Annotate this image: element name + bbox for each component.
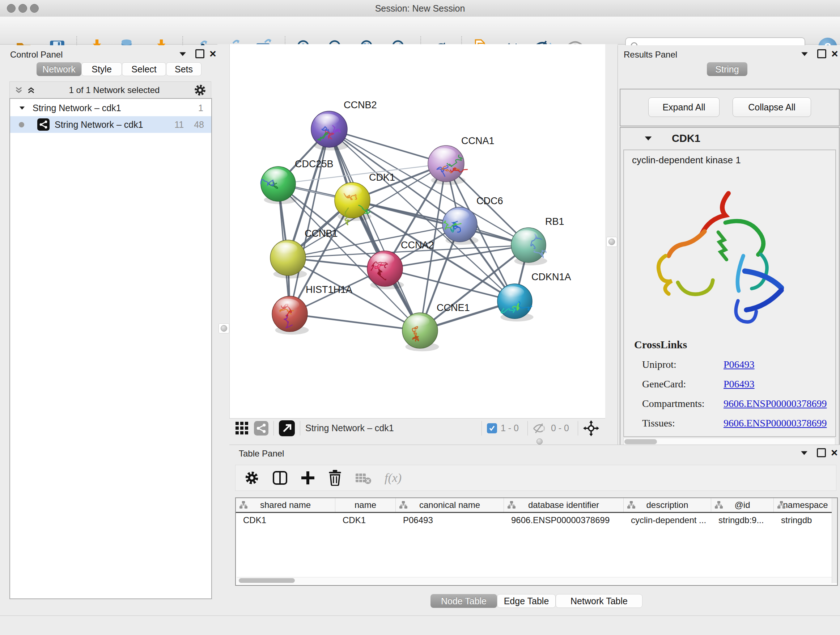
tab-style[interactable]: Style xyxy=(81,62,122,76)
separator xyxy=(578,421,578,435)
title-bar: Session: New Session xyxy=(0,0,840,17)
network-node-CCNA1[interactable]: CCNA1 xyxy=(428,135,494,185)
collapse-all-icon[interactable] xyxy=(15,87,23,94)
table-panel-title: Table Panel xyxy=(239,448,284,459)
expand-all-button[interactable]: Expand All xyxy=(648,97,720,117)
float-panel-icon[interactable] xyxy=(817,49,826,58)
column-header[interactable]: @id xyxy=(711,498,774,512)
network-node-CCNB1[interactable]: CCNB1 xyxy=(270,228,338,279)
tab-network[interactable]: Network xyxy=(36,62,81,76)
float-panel-icon[interactable] xyxy=(817,448,826,457)
window-status-bar: Memory xyxy=(0,616,840,635)
network-node-label: CCNE1 xyxy=(437,302,470,313)
column-header[interactable]: name xyxy=(335,498,396,512)
collapse-icon[interactable] xyxy=(19,106,25,109)
column-tree-icon xyxy=(240,501,248,509)
network-graph[interactable]: CCNB2CCNA1CDC25BCDK1CDC6RB1CCNB1CCNA2CDK… xyxy=(230,44,605,418)
scrollbar-thumb[interactable] xyxy=(239,578,295,583)
tab-select[interactable]: Select xyxy=(122,62,166,76)
splitter-handle[interactable] xyxy=(537,439,543,445)
close-panel-icon[interactable]: × xyxy=(831,449,838,456)
fit-selected-crosshair-icon[interactable] xyxy=(583,420,599,436)
right-splitter[interactable] xyxy=(605,44,617,437)
tab-network-table[interactable]: Network Table xyxy=(556,594,643,608)
tab-node-table[interactable]: Node Table xyxy=(431,594,497,608)
table-vscrollbar[interactable] xyxy=(832,498,837,583)
float-panel-icon[interactable] xyxy=(195,49,204,58)
delete-table-icon-disabled xyxy=(355,471,371,485)
protein-description: cyclin-dependent kinase 1 xyxy=(632,155,741,166)
table-settings-gear-icon[interactable] xyxy=(244,470,259,486)
window-title: Session: New Session xyxy=(0,3,840,14)
network-node-CDK1[interactable]: CDK1 xyxy=(335,172,395,225)
network-node-RB1[interactable]: RB1 xyxy=(511,216,564,265)
column-header[interactable]: canonical name xyxy=(396,498,504,512)
results-panel-title: Results Panel xyxy=(624,50,677,60)
panel-menu-icon[interactable] xyxy=(801,451,807,455)
selected-checkbox-icon[interactable] xyxy=(487,423,497,433)
left-splitter[interactable] xyxy=(218,44,229,616)
gear-icon[interactable] xyxy=(194,84,207,97)
network-node-CCNE1[interactable]: CCNE1 xyxy=(402,302,470,351)
tab-string[interactable]: String xyxy=(707,62,747,76)
column-header[interactable]: database identifier xyxy=(504,498,624,512)
protein-content: cyclin-dependent kinase 1 xyxy=(623,149,836,437)
network-node-label: HIST1H1A xyxy=(306,284,352,295)
string-network-icon xyxy=(37,119,50,131)
panel-menu-icon[interactable] xyxy=(801,52,808,56)
network-view-toolbar: String Network – cdk1 1 - 0 0 - 0 xyxy=(229,418,606,438)
separator xyxy=(482,421,482,435)
close-panel-icon[interactable]: × xyxy=(831,50,838,57)
network-status-dot xyxy=(19,122,24,127)
column-header[interactable]: namespace xyxy=(774,498,837,512)
crosslink-row: GeneCard:P06493 xyxy=(642,374,827,394)
crosslink-genecard[interactable]: P06493 xyxy=(723,378,755,390)
splitter-handle[interactable] xyxy=(606,237,617,247)
crosslinks-heading: CrossLinks xyxy=(634,339,687,351)
separator xyxy=(273,421,274,435)
network-collection-row[interactable]: String Network – cdk1 1 xyxy=(10,100,211,116)
network-node-CDKN1A[interactable]: CDKN1A xyxy=(497,272,571,321)
close-panel-icon[interactable]: × xyxy=(210,50,216,57)
column-header[interactable]: shared name xyxy=(236,498,335,512)
network-tree: String Network – cdk1 1 String Network –… xyxy=(9,98,212,599)
grid-view-icon[interactable] xyxy=(235,421,249,435)
collection-label: String Network – cdk1 xyxy=(33,103,121,113)
splitter-handle[interactable] xyxy=(218,323,229,333)
tab-sets[interactable]: Sets xyxy=(166,62,202,76)
application-window: Session: New Session xyxy=(0,0,840,635)
collapse-all-button[interactable]: Collapse All xyxy=(733,97,811,117)
network-node-CDC6[interactable]: CDC6 xyxy=(442,195,503,245)
network-view-icon[interactable] xyxy=(254,421,268,435)
delete-column-trash-icon[interactable] xyxy=(328,470,342,486)
column-tree-icon xyxy=(399,501,407,509)
protein-header-row[interactable]: CDK1 xyxy=(621,128,839,149)
column-header[interactable]: description xyxy=(624,498,711,512)
scrollbar-thumb[interactable] xyxy=(624,439,657,444)
add-column-plus-icon[interactable] xyxy=(301,470,315,485)
column-tree-icon xyxy=(508,501,515,509)
crosslink-uniprot[interactable]: P06493 xyxy=(723,359,755,370)
crosslink-compartments[interactable]: 9606.ENSP00000378699 xyxy=(723,398,827,409)
network-node-label: CDKN1A xyxy=(531,272,571,282)
expand-all-icon[interactable] xyxy=(27,87,35,94)
tab-edge-table[interactable]: Edge Table xyxy=(497,594,556,608)
node-table: shared name name canonical name database… xyxy=(235,497,838,586)
panel-menu-icon[interactable] xyxy=(180,52,186,56)
table-panel: Table Panel × f(x) shared name name cano… xyxy=(229,445,840,616)
network-row[interactable]: String Network – cdk1 11 48 xyxy=(10,116,211,133)
table-hscrollbar[interactable] xyxy=(237,577,832,584)
protein-name: CDK1 xyxy=(672,133,700,144)
crosslink-row: Tissues:9606.ENSP00000378699 xyxy=(642,413,827,433)
network-list-header: 1 of 1 Network selected xyxy=(9,81,211,98)
show-columns-icon[interactable] xyxy=(272,470,287,486)
network-canvas[interactable]: CCNB2CCNA1CDC25BCDK1CDC6RB1CCNB1CCNA2CDK… xyxy=(229,44,606,418)
network-node-label: CCNA1 xyxy=(461,135,494,146)
birdseye-icon[interactable] xyxy=(279,420,295,436)
network-node-label: CDK1 xyxy=(369,172,395,183)
protein-structure-image xyxy=(644,187,803,331)
network-node-HIST1H1A[interactable]: HIST1H1A xyxy=(272,284,352,334)
collapse-icon[interactable] xyxy=(645,136,652,140)
table-row[interactable]: CDK1 CDK1 P06493 9606.ENSP00000378699 cy… xyxy=(236,513,837,527)
crosslink-tissues[interactable]: 9606.ENSP00000378699 xyxy=(723,417,827,429)
